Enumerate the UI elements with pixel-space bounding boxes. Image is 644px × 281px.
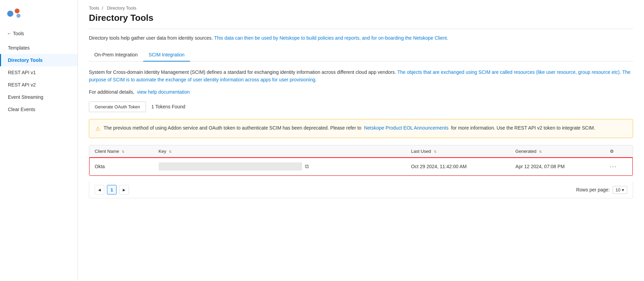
key-value-masked [159, 162, 302, 171]
svg-point-0 [7, 11, 13, 17]
table-header-row: Client Name ⇅ Key ⇅ Last Used ⇅ Genera [89, 145, 633, 158]
col-header-key[interactable]: Key ⇅ [153, 145, 406, 158]
page-description: Directory tools help gather user data fr… [89, 35, 633, 42]
svg-point-2 [16, 14, 21, 18]
eol-announcements-link[interactable]: Netskope Product EOL Announcements [364, 125, 448, 131]
deprecation-warning: ⚠ The previous method of using Addon ser… [89, 119, 633, 138]
sidebar: ← Tools Templates Directory Tools REST A… [0, 0, 78, 281]
more-actions-icon[interactable]: ··· [610, 163, 617, 170]
col-header-actions: ⚙ [604, 145, 633, 158]
sort-icon-client-name: ⇅ [122, 150, 124, 153]
cell-generated: Apr 12 2024, 07:08 PM [510, 158, 604, 176]
tokens-table-container: Client Name ⇅ Key ⇅ Last Used ⇅ Genera [89, 145, 633, 176]
breadcrumb-current: Directory Tools [107, 5, 136, 11]
help-documentation-link[interactable]: view help documentation [137, 89, 190, 95]
warning-text: The previous method of using Addon servi… [104, 124, 595, 132]
main-content: Tools / Directory Tools Directory Tools … [78, 0, 644, 281]
tokens-found-count: 1 Tokens Found [151, 104, 185, 109]
additional-text: For additional details, [89, 89, 134, 95]
warning-text-part2: for more information. Use the REST API v… [451, 125, 595, 131]
pagination-left: ◄ 1 ► [95, 185, 129, 195]
sidebar-item-directory-tools[interactable]: Directory Tools [0, 54, 78, 66]
sidebar-item-event-streaming[interactable]: Event Streaming [0, 91, 78, 103]
cell-last-used: Oct 29 2024, 11:42:00 AM [406, 158, 510, 176]
tokens-table: Client Name ⇅ Key ⇅ Last Used ⇅ Genera [89, 145, 633, 176]
rows-dropdown-icon: ▾ [622, 187, 624, 192]
cell-client-name: Okta [89, 158, 153, 176]
cell-actions: ··· [604, 158, 633, 176]
additional-details: For additional details, view help docume… [89, 89, 633, 95]
warning-text-part1: The previous method of using Addon servi… [104, 125, 361, 131]
next-page-button[interactable]: ► [119, 185, 129, 195]
breadcrumb-separator: / [102, 5, 103, 11]
col-header-client-name[interactable]: Client Name ⇅ [89, 145, 153, 158]
sidebar-item-rest-api-v1[interactable]: REST API v1 [0, 66, 78, 79]
warning-icon: ⚠ [95, 124, 100, 133]
current-page-button[interactable]: 1 [107, 185, 117, 195]
sort-icon-key: ⇅ [169, 150, 172, 153]
tabs-container: On-Prem Integration SCIM Integration [89, 49, 633, 62]
sidebar-item-rest-api-v2[interactable]: REST API v2 [0, 79, 78, 91]
table-row: Okta ⧉ Oct 29 2024, 11:42:00 AM Apr 12 2… [89, 158, 633, 176]
sidebar-item-templates[interactable]: Templates [0, 42, 78, 54]
title-divider [89, 29, 633, 29]
token-row: Generate OAuth Token 1 Tokens Found [89, 102, 633, 112]
tab-scim[interactable]: SCIM Integration [143, 49, 190, 62]
rows-per-page-label: Rows per page: [576, 187, 609, 192]
logo [0, 4, 78, 28]
selected-rows-value: 10 [616, 187, 620, 192]
scim-description: System for Cross-domain Identity Managem… [89, 68, 633, 84]
copy-key-icon[interactable]: ⧉ [305, 163, 309, 170]
svg-point-1 [15, 9, 19, 13]
breadcrumb: Tools / Directory Tools [89, 5, 633, 11]
description-part1: Directory tools help gather user data fr… [89, 35, 213, 41]
rows-per-page: Rows per page: 10 ▾ [576, 186, 627, 194]
rows-per-page-select[interactable]: 10 ▾ [613, 186, 627, 194]
pagination: ◄ 1 ► Rows per page: 10 ▾ [89, 182, 633, 198]
page-title: Directory Tools [89, 13, 633, 23]
breadcrumb-parent[interactable]: Tools [89, 5, 99, 11]
sort-icon-last-used: ⇅ [434, 150, 437, 153]
generate-oauth-token-button[interactable]: Generate OAuth Token [89, 102, 146, 112]
cell-key: ⧉ [153, 158, 406, 176]
col-header-last-used[interactable]: Last Used ⇅ [406, 145, 510, 158]
prev-page-button[interactable]: ◄ [95, 185, 104, 195]
back-to-tools[interactable]: ← Tools [0, 28, 78, 42]
description-part2: This data can then be used by Netskope t… [213, 35, 448, 41]
tab-on-prem[interactable]: On-Prem Integration [89, 49, 143, 62]
scim-desc-part1: System for Cross-domain Identity Managem… [89, 69, 396, 75]
col-header-generated[interactable]: Generated ⇅ [510, 145, 604, 158]
sort-icon-generated: ⇅ [539, 150, 542, 153]
sidebar-item-clear-events[interactable]: Clear Events [0, 103, 78, 116]
